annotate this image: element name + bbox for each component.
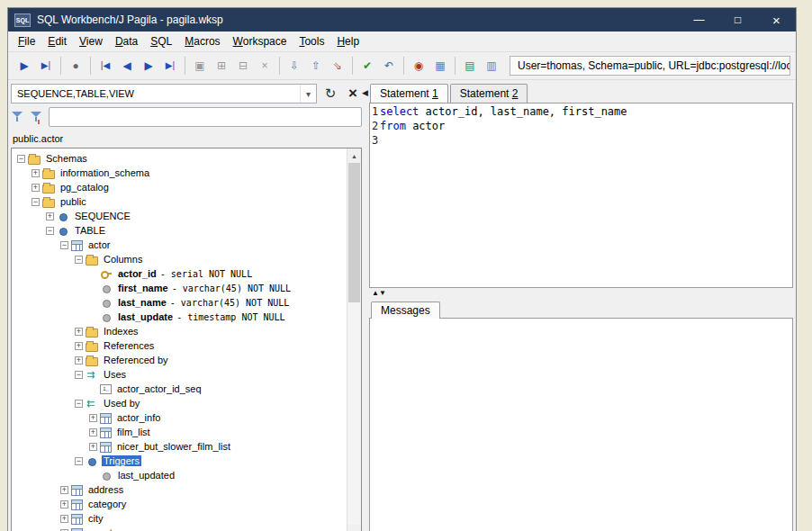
collapse-icon[interactable]: − xyxy=(60,241,68,249)
menu-macros[interactable]: Macros xyxy=(178,32,226,50)
insert-row-button[interactable]: ⇩ xyxy=(284,55,305,76)
menu-view[interactable]: View xyxy=(73,32,109,50)
expand-up-icon[interactable]: ▲ xyxy=(372,289,379,297)
menu-workspace[interactable]: Workspace xyxy=(227,32,293,50)
scroll-up-icon[interactable]: ▲ xyxy=(347,148,361,163)
reload-icon[interactable]: ↻ xyxy=(321,85,339,103)
close-panel-icon[interactable]: × xyxy=(344,85,362,103)
tree-item-triggers[interactable]: −Triggers xyxy=(14,454,347,468)
menu-data[interactable]: Data xyxy=(109,32,144,50)
tree-item-category[interactable]: +category xyxy=(14,497,347,511)
first-row-button[interactable]: |◀ xyxy=(95,55,116,76)
menu-file[interactable]: File xyxy=(12,32,41,50)
tree-item-uses[interactable]: −Uses xyxy=(14,367,347,382)
tree-item-city[interactable]: +city xyxy=(14,511,347,526)
remove-row-button[interactable]: ⇘ xyxy=(327,55,348,76)
collapse-icon[interactable]: − xyxy=(75,371,83,379)
copy-row-button[interactable]: ⊟ xyxy=(232,55,254,76)
collapse-icon[interactable]: − xyxy=(32,198,40,206)
expand-icon[interactable]: + xyxy=(32,169,40,177)
stop-statement-button[interactable]: ● xyxy=(65,55,86,76)
scroll-down-icon[interactable]: ▼ xyxy=(347,525,361,531)
update-database-button[interactable]: ⊞ xyxy=(211,55,232,76)
expand-icon[interactable]: + xyxy=(75,328,83,336)
sql-editor[interactable]: 1select actor_id, last_name, first_name2… xyxy=(369,103,793,288)
tree-scrollbar[interactable]: ▲ ▼ xyxy=(347,148,361,531)
tree-item-country[interactable]: +country xyxy=(14,526,347,531)
tree-item-information-schema[interactable]: +information_schema xyxy=(14,166,347,180)
tree-item-indexes[interactable]: +Indexes xyxy=(14,324,347,338)
expand-icon[interactable]: + xyxy=(89,428,97,436)
expand-icon[interactable]: + xyxy=(60,486,68,494)
tree-item-public[interactable]: −public xyxy=(14,194,347,209)
tree-item-schemas[interactable]: −Schemas xyxy=(14,151,347,166)
tree-item-last-update[interactable]: last_update- timestamp NOT NULL xyxy=(14,310,347,324)
collapse-icon[interactable]: − xyxy=(75,457,83,465)
panel-splitter[interactable]: ◀ xyxy=(362,83,369,531)
execute-current-button[interactable]: ▶| xyxy=(35,55,57,76)
rollback-button[interactable]: ↶ xyxy=(378,55,400,76)
tree-item-nicer-but-slower-film-list[interactable]: +nicer_but_slower_film_list xyxy=(14,439,347,454)
previous-row-button[interactable]: ◀ xyxy=(116,55,138,76)
title-bar[interactable]: SQL SQL Workbench/J Pagila - pagila.wksp… xyxy=(8,8,796,32)
collapse-left-icon[interactable]: ◀ xyxy=(362,88,368,97)
collapse-icon[interactable]: − xyxy=(17,155,25,163)
expand-icon[interactable]: + xyxy=(46,212,54,220)
expand-icon[interactable]: + xyxy=(32,184,40,192)
tab-statement-2[interactable]: Statement 2 xyxy=(450,84,528,103)
object-type-combo[interactable]: SEQUENCE,TABLE,VIEW ▾ xyxy=(11,84,317,104)
new-dbexplorer-window-button[interactable]: ▥ xyxy=(481,55,502,76)
filter-icon[interactable] xyxy=(11,110,25,124)
tree-item-last-name[interactable]: last_name- varchar(45) NOT NULL xyxy=(14,295,347,310)
expand-icon[interactable]: + xyxy=(75,342,83,350)
tree-item-columns[interactable]: −Columns xyxy=(14,252,347,266)
last-row-button[interactable]: ▶| xyxy=(159,55,181,76)
menu-sql[interactable]: SQL xyxy=(144,32,178,50)
menu-edit[interactable]: Edit xyxy=(41,32,73,50)
maximize-button[interactable]: □ xyxy=(718,8,757,32)
collapse-icon[interactable]: − xyxy=(46,227,54,235)
commit-button[interactable]: ✔ xyxy=(356,55,378,76)
tree-item-references[interactable]: +References xyxy=(14,338,347,353)
menu-tools[interactable]: Tools xyxy=(293,32,330,50)
tree-item-actor-actor-id-seq[interactable]: actor_actor_id_seq xyxy=(14,382,347,396)
execute-statement-button[interactable]: ▶ xyxy=(14,55,35,76)
tree-item-film-list[interactable]: +film_list xyxy=(14,425,347,439)
tree-item-actor-info[interactable]: +actor_info xyxy=(14,410,347,425)
editor-splitter[interactable]: ▲▼ xyxy=(369,288,793,300)
delete-row-button[interactable]: × xyxy=(254,55,275,76)
expand-icon[interactable]: + xyxy=(89,443,97,451)
tab-statement-1[interactable]: Statement 1 xyxy=(370,84,448,103)
expand-icon[interactable]: + xyxy=(60,515,68,523)
expand-icon[interactable]: + xyxy=(60,500,68,508)
tree-item-sequence[interactable]: +SEQUENCE xyxy=(14,209,347,223)
scrollbar-track[interactable] xyxy=(347,163,361,525)
tree-item-actor[interactable]: −actor xyxy=(14,238,347,252)
save-changes-button[interactable]: ▣ xyxy=(189,55,211,76)
expand-icon[interactable]: + xyxy=(89,414,97,422)
tree-item-actor-id[interactable]: actor_id- serial NOT NULL xyxy=(14,266,347,281)
tree-item-table[interactable]: −TABLE xyxy=(14,223,347,238)
scrollbar-thumb[interactable] xyxy=(348,163,360,302)
duplicate-row-button[interactable]: ⇧ xyxy=(305,55,327,76)
reset-filter-icon[interactable] xyxy=(30,110,44,124)
tree-item-address[interactable]: +address xyxy=(14,482,347,497)
tree-item-pg-catalog[interactable]: +pg_catalog xyxy=(14,180,347,194)
menu-help[interactable]: Help xyxy=(330,32,365,50)
tree-item-first-name[interactable]: first_name- varchar(45) NOT NULL xyxy=(14,281,347,295)
expand-icon[interactable]: + xyxy=(75,356,83,364)
close-button[interactable]: × xyxy=(757,8,796,32)
dbexplorer-button[interactable]: ▤ xyxy=(459,55,481,76)
tree-item-used-by[interactable]: −Used by xyxy=(14,396,347,410)
tree-item-referenced-by[interactable]: +Referenced by xyxy=(14,353,347,367)
collapse-icon[interactable]: − xyxy=(75,256,83,264)
messages-tab[interactable]: Messages xyxy=(371,302,440,319)
next-row-button[interactable]: ▶ xyxy=(138,55,159,76)
collapse-icon[interactable]: − xyxy=(75,400,83,408)
combo-dropdown-icon[interactable]: ▾ xyxy=(300,85,316,103)
minimize-button[interactable]: — xyxy=(680,8,718,32)
ignore-errors-button[interactable]: ◉ xyxy=(408,55,429,76)
expand-down-icon[interactable]: ▼ xyxy=(379,289,386,297)
append-results-button[interactable]: ▦ xyxy=(429,55,451,76)
filter-input[interactable] xyxy=(49,107,362,127)
